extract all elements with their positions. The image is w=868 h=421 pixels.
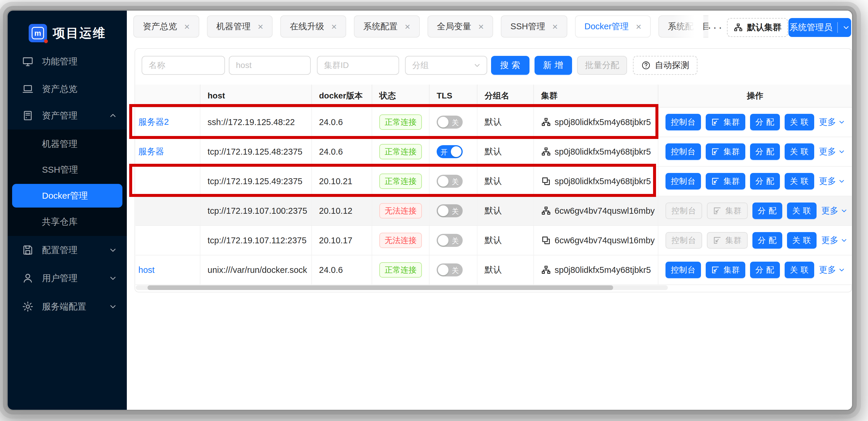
assign-button[interactable]: 分 配 — [752, 232, 782, 249]
close-icon[interactable]: × — [552, 22, 558, 31]
server-name-link[interactable]: 服务器 — [138, 146, 164, 157]
tls-toggle[interactable]: 开 — [437, 145, 463, 158]
console-button[interactable]: 控制台 — [665, 143, 701, 160]
sidebar-item-config-mgmt[interactable]: 配置管理 — [8, 238, 127, 262]
sidebar-subitem-Docker管理[interactable]: Docker管理 — [12, 184, 122, 208]
tls-toggle[interactable]: 关 — [437, 264, 463, 276]
link-button[interactable]: 关 联 — [785, 143, 814, 160]
link-button[interactable]: 关 联 — [787, 203, 817, 219]
tab-系统配置目录[interactable]: 系统配置目录 — [658, 16, 708, 37]
select-icon — [711, 177, 720, 186]
host-filter-input[interactable] — [229, 56, 311, 75]
status-cell: 正常连接 — [372, 137, 429, 167]
host-cell: ssh://172.19.125.48:22 — [200, 107, 312, 137]
cluster-button[interactable]: 集群 — [706, 143, 745, 160]
server-name-link[interactable]: 服务器2 — [138, 116, 169, 128]
console-button[interactable]: 控制台 — [665, 232, 702, 249]
close-icon[interactable]: × — [636, 22, 642, 31]
more-dropdown[interactable]: 更多 — [821, 205, 848, 217]
sidebar-item-asset-mgmt[interactable]: 资产管理 — [8, 104, 127, 127]
column-header-操作: 操作 — [658, 85, 852, 107]
tab-overflow-menu[interactable]: ··· — [708, 21, 724, 34]
horizontal-scrollbar-track[interactable] — [136, 285, 668, 290]
sidebar-item-server-config[interactable]: 服务端配置 — [8, 295, 127, 319]
search-button[interactable]: 搜 索 — [491, 56, 529, 75]
tab-SSH管理[interactable]: SSH管理 × — [501, 16, 567, 37]
cluster-cell: sp0j80lidkfx5m4y68tjbkr5 — [534, 137, 658, 167]
host-cell: tcp://172.19.107.112:2375 — [200, 225, 312, 255]
close-icon[interactable]: × — [258, 22, 264, 31]
sidebar-subitem-机器管理[interactable]: 机器管理 — [8, 132, 127, 156]
assign-button[interactable]: 分 配 — [752, 203, 782, 219]
cluster-button[interactable]: 集群 — [707, 232, 748, 249]
apartment-icon — [541, 206, 551, 216]
tab-label: 系统配置目录 — [668, 21, 708, 32]
batch-assign-button[interactable]: 批量分配 — [577, 56, 627, 75]
link-button[interactable]: 关 联 — [787, 232, 817, 249]
more-dropdown[interactable]: 更多 — [819, 264, 845, 276]
server-name-link[interactable]: host — [138, 265, 155, 275]
more-dropdown[interactable]: 更多 — [819, 116, 845, 128]
assign-button[interactable]: 分 配 — [750, 173, 780, 189]
cluster-id-filter-input[interactable] — [317, 56, 399, 75]
horizontal-scrollbar-thumb[interactable] — [148, 285, 613, 290]
select-icon — [713, 236, 722, 245]
assign-button[interactable]: 分 配 — [750, 114, 780, 130]
console-button[interactable]: 控制台 — [665, 262, 701, 278]
tab-系统配置[interactable]: 系统配置 × — [354, 16, 420, 37]
tls-toggle[interactable]: 关 — [437, 116, 463, 129]
tab-在线升级[interactable]: 在线升级 × — [280, 16, 346, 37]
name-filter-input[interactable] — [142, 56, 225, 75]
cluster-id: 6cw6gv4bv74quswl16mby — [555, 236, 655, 245]
close-icon[interactable]: × — [331, 22, 337, 31]
assign-button[interactable]: 分 配 — [750, 143, 780, 160]
status-cell: 正常连接 — [372, 255, 429, 285]
more-dropdown[interactable]: 更多 — [819, 146, 845, 157]
close-icon[interactable]: × — [405, 22, 410, 31]
tls-toggle[interactable]: 关 — [437, 204, 463, 217]
tab-资产总览[interactable]: 资产总览 × — [133, 16, 199, 37]
sidebar-subitem-共享仓库[interactable]: 共享仓库 — [8, 210, 127, 234]
link-button[interactable]: 关 联 — [785, 173, 814, 189]
cluster-button[interactable]: 集群 — [706, 262, 745, 278]
close-icon[interactable]: × — [184, 22, 190, 31]
monitor-icon — [22, 56, 34, 67]
more-dropdown[interactable]: 更多 — [819, 175, 845, 187]
group-filter-select[interactable]: 分组 — [405, 56, 487, 75]
link-button[interactable]: 关 联 — [785, 262, 814, 278]
sidebar-item-features[interactable]: 功能管理 — [8, 50, 127, 73]
console-button[interactable]: 控制台 — [665, 114, 701, 130]
tls-cell: 关 — [429, 255, 477, 285]
sidebar-item-asset-overview[interactable]: 资产总览 — [8, 77, 127, 101]
link-button[interactable]: 关 联 — [785, 114, 814, 130]
cluster-button[interactable]: 集群 — [706, 114, 745, 130]
tab-全局变量[interactable]: 全局变量 × — [428, 16, 493, 37]
tls-toggle[interactable]: 关 — [437, 234, 463, 247]
table-header-row: hostdocker版本状态TLS分组名集群操作 — [135, 85, 852, 107]
console-button[interactable]: 控制台 — [665, 203, 702, 219]
sidebar-subitem-label: Docker管理 — [42, 190, 88, 202]
group-cell: 默认 — [477, 225, 534, 255]
tls-toggle[interactable]: 关 — [437, 175, 463, 188]
sidebar-item-user-mgmt[interactable]: 用户管理 — [8, 266, 127, 290]
admin-user-button[interactable]: 系统管理员 — [788, 18, 851, 37]
console-button[interactable]: 控制台 — [665, 173, 701, 189]
logo-glyph: m — [32, 27, 44, 39]
sidebar: m 项目运维 功能管理 资产总览 资产管理 配置管理 用户管理 — [8, 11, 127, 410]
more-dropdown[interactable]: 更多 — [821, 235, 848, 246]
name-cell: 服务器 — [135, 137, 200, 167]
chevron-down-icon — [108, 302, 117, 311]
add-button[interactable]: 新 增 — [534, 56, 572, 75]
tab-Docker管理[interactable]: Docker管理 × — [575, 16, 651, 37]
auto-detect-button[interactable]: 自动探测 — [633, 56, 698, 75]
name-cell: host — [135, 255, 200, 285]
assign-button[interactable]: 分 配 — [750, 262, 780, 278]
cluster-button[interactable]: 集群 — [706, 173, 745, 189]
sidebar-subitem-SSH管理[interactable]: SSH管理 — [8, 158, 127, 182]
close-icon[interactable]: × — [478, 22, 484, 31]
column-header-集群: 集群 — [534, 85, 658, 107]
cluster-button[interactable]: 集群 — [707, 203, 748, 219]
tab-机器管理[interactable]: 机器管理 × — [207, 16, 273, 37]
default-cluster-button[interactable]: 默认集群 — [727, 18, 788, 37]
sidebar-item-label: 服务端配置 — [42, 301, 86, 313]
